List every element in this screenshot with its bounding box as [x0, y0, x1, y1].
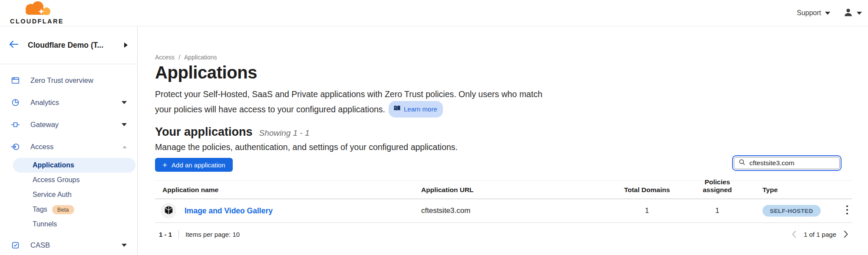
sidebar-item-label: Analytics	[30, 98, 59, 107]
cloudflare-cloud-icon	[21, 1, 53, 17]
policies-assigned-value: 1	[691, 207, 743, 215]
expand-right-icon[interactable]	[124, 42, 128, 48]
previous-page-icon[interactable]	[791, 229, 797, 239]
gateway-icon	[10, 120, 20, 130]
learn-more-label: Learn more	[404, 102, 437, 116]
chevron-down-icon	[122, 123, 127, 126]
search-inner	[734, 157, 840, 169]
support-label: Support	[797, 9, 821, 17]
sidebar-item-applications[interactable]: Applications	[13, 158, 135, 173]
type-badge: SELF-HOSTED	[762, 205, 821, 217]
sidebar-item-label: Applications	[33, 161, 74, 169]
application-url: cftestsite3.com	[421, 206, 470, 215]
page-description: Protect your Self-Hosted, SaaS and Priva…	[155, 88, 544, 118]
chevron-down-icon	[825, 12, 830, 15]
browser-window-icon	[10, 76, 20, 85]
chevron-down-icon	[857, 12, 862, 15]
search-input[interactable]	[749, 159, 835, 167]
table-row: Image and Video Gallery cftestsite3.com …	[155, 199, 852, 223]
showing-count: Showing 1 - 1	[259, 128, 310, 138]
sidebar-item-access-groups[interactable]: Access Groups	[0, 173, 137, 187]
book-icon	[393, 102, 401, 116]
page-title: Applications	[155, 63, 257, 82]
sidebar-account-header: Cloudflare Demo (T...	[0, 26, 137, 64]
pagination-bar: 1 - 1 Items per page: 10 1 of 1 page	[155, 226, 852, 243]
sidebar-item-label: Access	[30, 143, 53, 151]
chevron-down-icon	[122, 244, 127, 247]
sidebar-item-label: Zero Trust overview	[30, 76, 93, 85]
breadcrumb-applications[interactable]: Applications	[184, 54, 217, 61]
chevron-up-icon	[122, 146, 127, 148]
table-header-row: Application name Application URL Total D…	[155, 180, 852, 199]
application-name-link[interactable]: Image and Video Gallery	[185, 206, 273, 216]
sidebar-item-service-auth[interactable]: Service Auth	[0, 187, 137, 202]
column-header-application-url: Application URL	[421, 186, 474, 194]
breadcrumb-access[interactable]: Access	[155, 54, 175, 61]
topbar: CLOUDFLARE Support	[0, 0, 868, 26]
section-title: Your applications	[155, 125, 253, 139]
sidebar-item-analytics[interactable]: Analytics	[0, 92, 137, 114]
page-status: 1 of 1 page	[804, 231, 836, 238]
sidebar-nav: Zero Trust overview Analytics Gateway	[0, 64, 137, 255]
search-icon	[739, 159, 746, 167]
pie-chart-icon	[10, 98, 20, 108]
cloudflare-logo-text: CLOUDFLARE	[10, 18, 64, 25]
breadcrumb-separator: /	[178, 54, 180, 61]
sidebar-item-tags[interactable]: Tags Beta	[0, 202, 137, 217]
sidebar-item-casb[interactable]: CASB	[0, 234, 137, 255]
sidebar-item-label: Tags	[33, 206, 47, 213]
main-content: Access / Applications Applications Prote…	[138, 26, 868, 255]
column-header-policies-assigned: Policies assigned	[691, 178, 743, 194]
column-header-type: Type	[762, 186, 778, 194]
shield-check-icon	[10, 241, 20, 250]
sidebar-item-label: Service Auth	[33, 191, 72, 199]
user-menu[interactable]	[843, 7, 862, 19]
search-box	[732, 155, 842, 171]
plus-icon: +	[162, 161, 167, 169]
applications-table: Application name Application URL Total D…	[155, 180, 852, 223]
sidebar-item-gateway[interactable]: Gateway	[0, 114, 137, 136]
sidebar: Cloudflare Demo (T... Zero Trust overvie…	[0, 26, 138, 255]
cube-icon	[164, 205, 173, 217]
support-menu[interactable]: Support	[797, 9, 830, 17]
breadcrumb: Access / Applications	[155, 54, 217, 61]
section-header: Your applications Showing 1 - 1	[155, 125, 310, 139]
next-page-icon[interactable]	[843, 229, 849, 239]
sidebar-item-zero-trust-overview[interactable]: Zero Trust overview	[0, 69, 137, 92]
sidebar-item-access[interactable]: Access	[0, 136, 137, 158]
add-application-label: Add an application	[172, 161, 225, 169]
sidebar-item-label: Gateway	[30, 121, 59, 129]
back-arrow-icon[interactable]	[9, 40, 19, 50]
pagination-divider	[178, 229, 179, 239]
column-header-application-name: Application name	[162, 186, 218, 194]
row-actions-kebab-icon[interactable]	[843, 204, 851, 218]
beta-badge: Beta	[52, 205, 74, 214]
column-header-total-domains: Total Domains	[621, 186, 673, 194]
total-domains-value: 1	[621, 207, 673, 215]
section-subtitle: Manage the policies, authentication, and…	[155, 142, 458, 152]
cloudflare-logo[interactable]: CLOUDFLARE	[8, 1, 66, 25]
user-avatar-icon	[843, 7, 853, 19]
access-arrow-icon	[10, 142, 20, 152]
sidebar-item-label: Access Groups	[33, 176, 79, 184]
account-title: Cloudflare Demo (T...	[28, 41, 124, 50]
add-application-button[interactable]: + Add an application	[155, 158, 233, 172]
page-description-text: Protect your Self-Hosted, SaaS and Priva…	[155, 89, 542, 114]
items-per-page-label: Items per page: 10	[185, 231, 240, 238]
chevron-down-icon	[122, 101, 127, 104]
sidebar-item-label: Tunnels	[33, 220, 57, 228]
page-range: 1 - 1	[159, 231, 172, 238]
learn-more-button[interactable]: Learn more	[389, 101, 443, 118]
sidebar-item-label: CASB	[30, 241, 50, 249]
app-avatar	[161, 203, 176, 219]
sidebar-item-tunnels[interactable]: Tunnels	[0, 217, 137, 232]
